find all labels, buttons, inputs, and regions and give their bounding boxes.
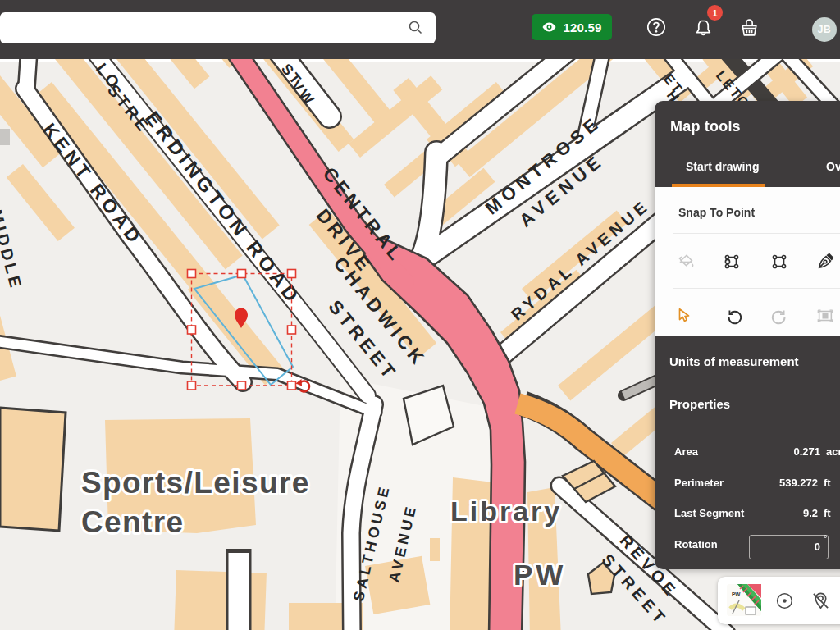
svg-text:Centre: Centre	[81, 505, 185, 539]
svg-text:Library: Library	[450, 495, 562, 527]
svg-text:Sports/Leisure: Sports/Leisure	[81, 466, 310, 500]
svg-text:PW: PW	[514, 559, 566, 591]
svg-text:PW: PW	[732, 591, 741, 597]
